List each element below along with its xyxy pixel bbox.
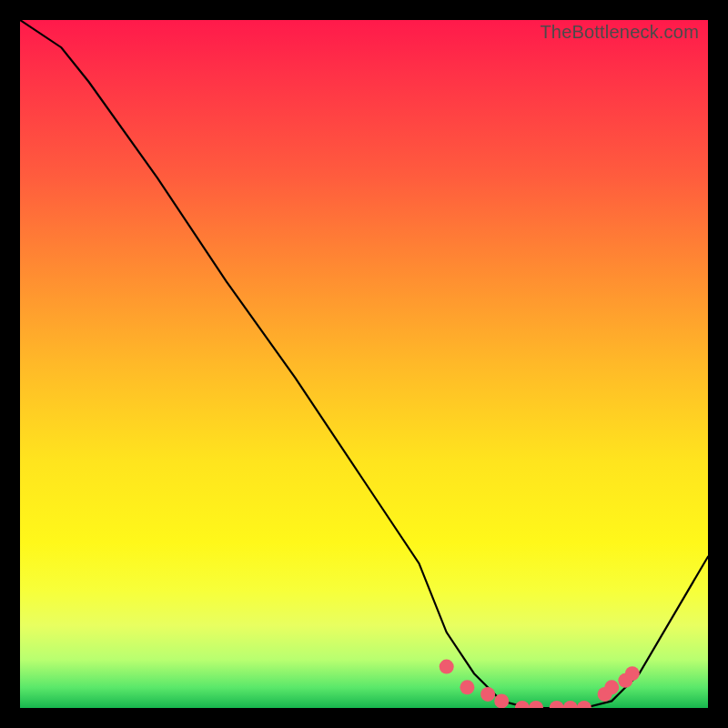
highlight-point: [577, 701, 592, 708]
highlight-point: [494, 693, 509, 708]
highlight-point: [563, 701, 578, 708]
highlight-point: [515, 701, 530, 708]
highlight-point: [440, 660, 454, 674]
highlight-point: [550, 701, 564, 708]
bottleneck-curve: [20, 20, 708, 708]
chart-frame: TheBottleneck.com: [0, 0, 728, 728]
highlight-point: [480, 687, 495, 702]
highlight-point: [529, 701, 543, 708]
highlight-point: [625, 666, 640, 681]
chart-plot-area: TheBottleneck.com: [20, 20, 708, 708]
chart-svg: [20, 20, 708, 708]
highlight-point: [604, 680, 619, 694]
highlight-point: [460, 680, 474, 694]
